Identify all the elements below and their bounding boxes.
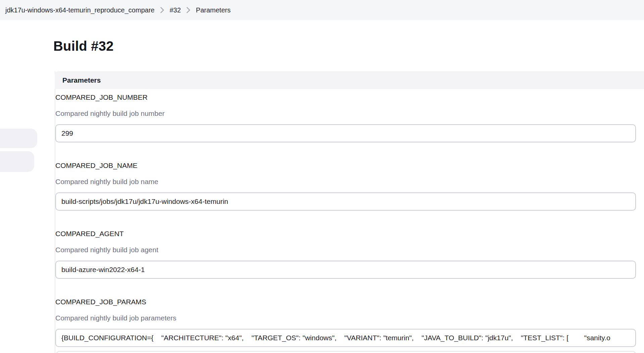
parameter-row: COMPARED_AGENT Compared nightly build jo…: [55, 229, 644, 279]
parameter-row: COMPARED_JOB_NUMBER Compared nightly bui…: [55, 93, 644, 142]
parameter-value-input[interactable]: [55, 124, 636, 142]
parameters-panel: Parameters COMPARED_JOB_NUMBER Compared …: [55, 71, 644, 353]
parameters-panel-header: Parameters: [55, 71, 644, 89]
parameters-panel-body: COMPARED_JOB_NUMBER Compared nightly bui…: [55, 89, 644, 353]
parameter-value-input[interactable]: [55, 261, 636, 279]
parameter-value-input[interactable]: [55, 329, 636, 347]
breadcrumb-build-link[interactable]: #32: [170, 6, 181, 14]
parameter-row: COMPARED_JOB_PARAMS Compared nightly bui…: [55, 298, 644, 347]
breadcrumb-parameters-link[interactable]: Parameters: [196, 6, 230, 14]
parameter-row: COMPARED_JOB_NAME Compared nightly build…: [55, 161, 644, 211]
page-title: Build #32: [53, 38, 644, 54]
breadcrumb-bar: jdk17u-windows-x64-temurin_reproduce_com…: [0, 0, 644, 20]
parameter-name: COMPARED_JOB_PARAMS: [55, 298, 636, 306]
parameter-description: Compared nightly build job parameters: [55, 314, 636, 322]
chevron-right-icon: [160, 7, 164, 13]
parameter-value-input[interactable]: [55, 192, 636, 211]
parameter-description: Compared nightly build job agent: [55, 246, 636, 254]
parameter-description: Compared nightly build job number: [55, 109, 636, 118]
parameter-description: Compared nightly build job name: [55, 177, 636, 186]
parameters-panel-title: Parameters: [62, 76, 101, 84]
parameter-name: COMPARED_JOB_NAME: [55, 161, 636, 170]
sidebar-task-button-partial-1[interactable]: [0, 129, 37, 148]
chevron-right-icon: [186, 7, 190, 13]
breadcrumb-job-link[interactable]: jdk17u-windows-x64-temurin_reproduce_com…: [5, 6, 155, 14]
sidebar-task-button-partial-2[interactable]: [0, 151, 34, 172]
parameter-name: COMPARED_AGENT: [55, 229, 636, 238]
next-input-partial: [56, 351, 636, 353]
breadcrumb: jdk17u-windows-x64-temurin_reproduce_com…: [5, 6, 230, 14]
parameter-name: COMPARED_JOB_NUMBER: [55, 93, 636, 102]
